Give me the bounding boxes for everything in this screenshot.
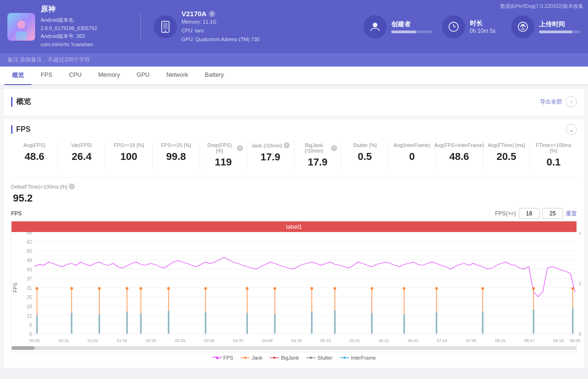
svg-point-46	[70, 287, 73, 290]
svg-text:09:18: 09:18	[553, 338, 564, 343]
svg-text:04:08: 04:08	[262, 338, 273, 343]
tab-overview[interactable]: 概览	[5, 67, 31, 85]
legend-interframe: InterFrame	[340, 355, 376, 361]
creator-info: 创建者	[391, 20, 433, 33]
stat-cell-label: Avg(FPS+InterFrame)	[440, 142, 479, 148]
svg-rect-84	[246, 313, 248, 334]
chart-svg-container: 68 62 55 49 43 37 31 25 18 12 6 0 FPS	[12, 232, 576, 344]
tab-gpu[interactable]: GPU	[129, 67, 157, 85]
svg-rect-88	[371, 313, 373, 334]
upload-stat: 上传时间	[511, 15, 581, 38]
svg-point-5	[165, 30, 166, 31]
tab-network[interactable]: Network	[159, 67, 196, 85]
stat-cell-value: 119	[204, 156, 243, 168]
svg-text:62: 62	[27, 239, 32, 245]
header-info: 原神 Android版本名: 2.6.0_6179196_6305792 And…	[7, 5, 127, 49]
svg-text:05:10: 05:10	[321, 338, 331, 343]
svg-rect-79	[98, 314, 100, 334]
export-button[interactable]: 导出全部	[540, 98, 562, 106]
device-info-badge[interactable]: i	[209, 11, 215, 17]
nav-tabs: 概览 FPS CPU Memory GPU Network Battery	[0, 67, 588, 85]
svg-rect-4	[163, 23, 168, 29]
tab-fps[interactable]: FPS	[33, 67, 60, 85]
delta-row: Delta(FTime)>100ms [/h] ? 95.2	[11, 183, 577, 204]
svg-text:02:04: 02:04	[146, 338, 157, 343]
svg-text:03:37: 03:37	[233, 338, 244, 343]
help-icon[interactable]: ?	[237, 145, 243, 151]
chart-wrapper: label1	[11, 221, 577, 352]
stat-cell-label: Jank (/10min)?	[251, 142, 290, 148]
notes-bar: 备注 添加备注，不超过200个字符	[0, 53, 588, 67]
tab-battery[interactable]: Battery	[198, 67, 231, 85]
game-avatar	[7, 13, 35, 41]
upload-info: 上传时间	[539, 20, 581, 33]
stat-cell-label: Var(FPS)	[62, 142, 101, 148]
stat-cell: Avg(FTime) [ms]20.5	[483, 141, 530, 170]
svg-point-118	[273, 357, 276, 359]
stat-cell-value: 48.6	[15, 151, 54, 163]
svg-text:03:06: 03:06	[204, 338, 215, 343]
svg-rect-80	[126, 312, 128, 334]
stat-cell: FPS>=18 [%]100	[105, 141, 152, 170]
threshold-input-2[interactable]	[542, 208, 563, 219]
fps-section-header: FPS ⌄	[11, 124, 577, 135]
header: 数据由PerfDog(7.0.220332)版本收集 原神 Android版本名…	[0, 0, 588, 53]
svg-rect-83	[205, 312, 206, 334]
fps-section-title: FPS	[11, 125, 30, 134]
svg-point-114	[216, 357, 218, 359]
header-notice: 数据由PerfDog(7.0.220332)版本收集	[500, 3, 583, 10]
svg-text:00:00: 00:00	[30, 338, 40, 343]
svg-rect-91	[482, 312, 484, 334]
stat-cell-value: 0	[392, 151, 431, 163]
svg-rect-78	[71, 313, 73, 334]
delta-help-icon[interactable]: ?	[69, 183, 75, 190]
tab-cpu[interactable]: CPU	[61, 67, 89, 85]
svg-point-54	[167, 287, 170, 290]
svg-text:25: 25	[27, 295, 32, 300]
stat-cell-value: 100	[109, 151, 148, 163]
stat-cell-value: 99.8	[157, 151, 196, 163]
stat-cell: Avg(FPS+InterFrame)48.6	[436, 141, 483, 170]
delta-label: Delta(FTime)>100ms [/h] ?	[11, 183, 577, 190]
overview-collapse-btn[interactable]: ‹	[566, 96, 577, 107]
threshold-input-1[interactable]	[519, 208, 540, 219]
creator-icon	[364, 15, 387, 38]
tab-memory[interactable]: Memory	[91, 67, 127, 85]
chart-header: FPS FPS(>=) 重置	[11, 208, 577, 219]
svg-point-62	[310, 287, 313, 290]
svg-point-122	[343, 357, 346, 359]
svg-rect-81	[140, 313, 142, 334]
label-bar: label1	[12, 221, 576, 232]
chart-reset-btn[interactable]: 重置	[566, 210, 577, 218]
stat-cell-value: 17.9	[298, 156, 337, 168]
svg-point-120	[310, 357, 312, 359]
overview-header: 概览 导出全部 ‹	[11, 93, 577, 111]
help-icon[interactable]: ?	[331, 145, 337, 151]
stat-cell-label: FTime>=100ms [%]	[534, 142, 573, 153]
svg-point-60	[273, 287, 276, 290]
stat-cell: Jank (/10min)?17.9	[247, 141, 294, 170]
svg-point-74	[532, 287, 535, 290]
stat-cell-value: 20.5	[487, 151, 526, 163]
svg-text:1: 1	[579, 281, 582, 286]
legend-bigjank: BigJank	[270, 355, 299, 361]
svg-text:43: 43	[27, 267, 32, 272]
svg-text:0: 0	[579, 332, 582, 337]
svg-text:37: 37	[27, 276, 32, 281]
svg-point-76	[571, 287, 574, 290]
overview-section: 概览 导出全部 ‹	[4, 89, 584, 116]
svg-rect-82	[168, 311, 170, 334]
legend-stutter: Stutter	[306, 355, 332, 361]
svg-text:01:02: 01:02	[88, 338, 98, 343]
legend-fps: FPS	[212, 355, 233, 361]
help-icon[interactable]: ?	[284, 142, 290, 148]
stat-cell-label: BigJank (/10min)?	[298, 142, 337, 153]
svg-point-44	[36, 287, 38, 290]
chart-scrollbar[interactable]	[12, 346, 576, 350]
fps-collapse-btn[interactable]: ⌄	[566, 124, 577, 135]
svg-rect-90	[436, 312, 437, 334]
svg-text:00:31: 00:31	[59, 338, 69, 343]
svg-rect-92	[533, 310, 534, 334]
scrollbar-thumb[interactable]	[12, 346, 35, 350]
game-title: 原神	[41, 5, 97, 14]
